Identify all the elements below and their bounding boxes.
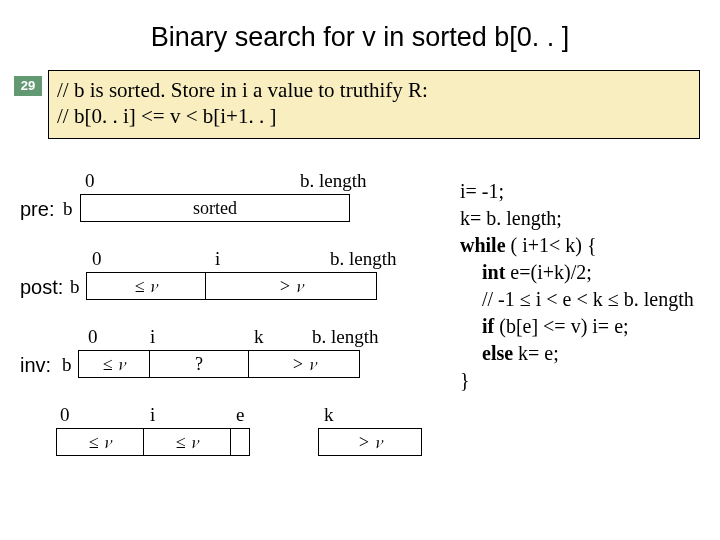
slide-number: 29 <box>14 76 42 96</box>
post-cell-left: ≤ 𝑣 <box>86 272 206 300</box>
inv-row: 0 i k b. length inv: b ≤ 𝑣 ? > 𝑣 <box>20 326 440 386</box>
code-line-8: } <box>460 367 694 394</box>
comment-line2: // b[0. . i] <= v < b[i+1. . ] <box>57 103 693 129</box>
post-row: 0 i b. length post: b ≤ 𝑣 > 𝑣 <box>20 248 440 308</box>
kw-if: if <box>482 315 494 337</box>
pre-b: b <box>63 198 73 220</box>
code-line-2: k= b. length; <box>460 205 694 232</box>
inv-cell-left: ≤ 𝑣 <box>78 350 150 378</box>
inv-b: b <box>62 354 72 376</box>
inv-k: k <box>254 326 264 348</box>
inv-label: inv: <box>20 354 51 377</box>
code-block: i= -1; k= b. length; while ( i+1< k) { i… <box>460 178 694 394</box>
step-cell-right: > 𝑣 <box>318 428 422 456</box>
array-diagrams: 0 b. length pre: b sorted 0 i b. length … <box>20 170 440 478</box>
code-l4b: e=(i+k)/2; <box>505 261 591 283</box>
step-cell-gap <box>230 428 250 456</box>
code-line-5: // -1 ≤ i < e < k ≤ b. length <box>460 286 694 313</box>
kw-while: while <box>460 234 506 256</box>
step-k: k <box>324 404 334 426</box>
post-label: post: <box>20 276 63 299</box>
comment-box: // b is sorted. Store in i a value to tr… <box>48 70 700 139</box>
inv-cell-right: > 𝑣 <box>248 350 360 378</box>
post-i: i <box>215 248 220 270</box>
inv-zero: 0 <box>88 326 98 348</box>
step-cell-left: ≤ 𝑣 <box>56 428 144 456</box>
code-line-6: if (b[e] <= v) i= e; <box>460 313 694 340</box>
code-l7b: k= e; <box>513 342 559 364</box>
post-b: b <box>70 276 80 298</box>
code-line-4: int e=(i+k)/2; <box>460 259 694 286</box>
code-line-7: else k= e; <box>460 340 694 367</box>
step-e: e <box>236 404 244 426</box>
pre-label: pre: <box>20 198 54 221</box>
slide-title: Binary search for v in sorted b[0. . ] <box>0 0 720 63</box>
code-line-1: i= -1; <box>460 178 694 205</box>
pre-cell-sorted: sorted <box>80 194 350 222</box>
kw-else: else <box>482 342 513 364</box>
step-zero: 0 <box>60 404 70 426</box>
inv-i: i <box>150 326 155 348</box>
step-i: i <box>150 404 155 426</box>
step-row: 0 i e k ≤ 𝑣 ≤ 𝑣 > 𝑣 <box>20 404 440 460</box>
pre-zero: 0 <box>85 170 95 192</box>
code-line-3: while ( i+1< k) { <box>460 232 694 259</box>
step-cell-mid: ≤ 𝑣 <box>143 428 231 456</box>
inv-blength: b. length <box>312 326 379 348</box>
code-l6b: (b[e] <= v) i= e; <box>494 315 628 337</box>
pre-row: 0 b. length pre: b sorted <box>20 170 440 230</box>
post-blength: b. length <box>330 248 397 270</box>
code-l3b: ( i+1< k) { <box>506 234 597 256</box>
inv-cell-mid: ? <box>149 350 249 378</box>
kw-int: int <box>482 261 505 283</box>
pre-blength: b. length <box>300 170 367 192</box>
comment-line1: // b is sorted. Store in i a value to tr… <box>57 77 693 103</box>
post-zero: 0 <box>92 248 102 270</box>
post-cell-right: > 𝑣 <box>205 272 377 300</box>
